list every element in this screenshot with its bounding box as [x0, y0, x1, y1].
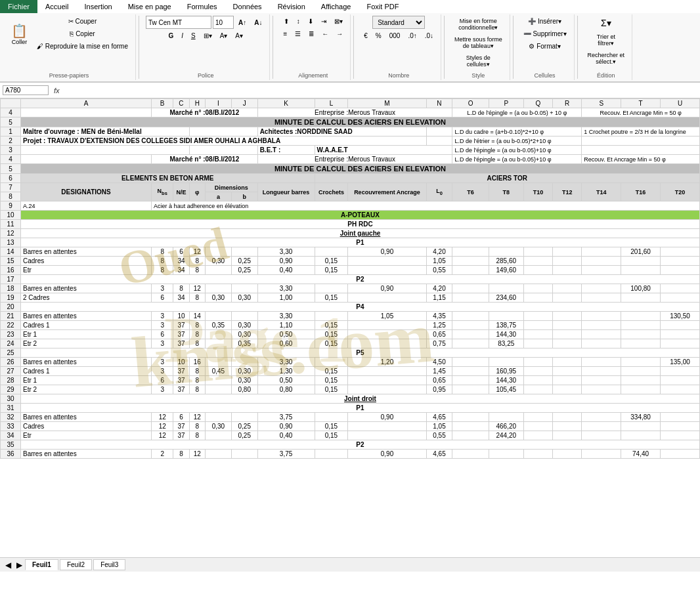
cell-32-p[interactable]	[489, 413, 523, 422]
cell-2-s[interactable]	[582, 137, 700, 146]
cell-23-n[interactable]: 0,65	[426, 330, 452, 339]
cell-14-i[interactable]	[205, 247, 231, 257]
col-header-t[interactable]: T	[621, 99, 661, 108]
cell-15-p[interactable]: 285,60	[489, 257, 523, 266]
cell-27-j[interactable]: 0,30	[231, 367, 257, 376]
cell-26-p[interactable]	[489, 358, 523, 367]
cell-14-b[interactable]: 8	[152, 247, 173, 257]
cell-29-m[interactable]	[348, 385, 426, 394]
font-family-input[interactable]	[146, 16, 211, 29]
cell-28-s[interactable]	[582, 376, 621, 385]
font-color-button[interactable]: A▾	[232, 30, 246, 41]
cell-6-a[interactable]: ELEMENTS EN BETON ARME	[20, 174, 315, 183]
cell-14-p[interactable]	[489, 247, 523, 257]
cell-32-u[interactable]	[661, 413, 700, 422]
col-header-o[interactable]: O	[452, 99, 489, 108]
cell-34-k[interactable]: 0,40	[257, 431, 315, 440]
cell-21-u[interactable]: 130,50	[661, 312, 700, 321]
prev-sheet-button[interactable]: ◀	[3, 560, 14, 570]
cell-16-l[interactable]: 0,15	[315, 266, 348, 275]
cell-18-u[interactable]	[661, 284, 700, 293]
tab-formules[interactable]: Formules	[179, 0, 225, 13]
cell-5b-minute[interactable]: MINUTE DE CALCUL DES ACIERS EN ELEVATION	[20, 164, 699, 174]
cell-14-c[interactable]: 6	[173, 247, 189, 257]
cell-34-p[interactable]: 244,20	[489, 431, 523, 440]
cell-27-n[interactable]: 1,45	[426, 367, 452, 376]
cell-3-l[interactable]: W.A.A.E.T	[315, 146, 452, 155]
col-header-s[interactable]: S	[582, 99, 621, 108]
cell-16-i[interactable]	[205, 266, 231, 275]
cell-16-u[interactable]	[661, 266, 700, 275]
cell-33-i[interactable]: 0,30	[205, 422, 231, 431]
cell-19-u[interactable]	[661, 293, 700, 303]
cell-24-p[interactable]: 83,25	[489, 339, 523, 348]
cell-27-p[interactable]: 160,95	[489, 367, 523, 376]
cell-23-a[interactable]: Etr 1	[20, 330, 151, 339]
cell-19-p[interactable]: 234,60	[489, 293, 523, 303]
cell-33-l[interactable]: 0,15	[315, 422, 348, 431]
cell-reference-input[interactable]	[3, 85, 49, 95]
cell-23-i[interactable]	[205, 330, 231, 339]
cell-2-o[interactable]: L.D de l'étrier = (a ou b-0.05)*2+10 φ	[452, 137, 582, 146]
cell-16-o[interactable]	[452, 266, 489, 275]
cell-18-h[interactable]: 12	[189, 284, 205, 293]
cell-14-h[interactable]: 12	[189, 247, 205, 257]
sheet-tab-feuil3[interactable]: Feuil3	[93, 559, 125, 570]
cell-34-c[interactable]: 37	[173, 431, 189, 440]
cell-21-r[interactable]	[553, 312, 582, 321]
col-header-h[interactable]: H	[189, 99, 205, 108]
cell-19-n[interactable]: 1,15	[426, 293, 452, 303]
cell-27-s[interactable]	[582, 367, 621, 376]
cell-18-p[interactable]	[489, 284, 523, 293]
cell-28-n[interactable]: 0,65	[426, 376, 452, 385]
cell-7-phi[interactable]: φ	[189, 183, 205, 201]
cell-32-c[interactable]: 6	[173, 413, 189, 422]
cell-15-b[interactable]: 8	[152, 257, 173, 266]
cell-18-c[interactable]: 8	[173, 284, 189, 293]
fill-color-button[interactable]: A▾	[217, 30, 231, 41]
cell-21-s[interactable]	[582, 312, 621, 321]
cell-26-b[interactable]: 3	[152, 358, 173, 367]
cell-16-h[interactable]: 8	[189, 266, 205, 275]
cell-15-l[interactable]: 0,15	[315, 257, 348, 266]
cell-7-rec[interactable]: Recouvrement Ancrage	[348, 183, 426, 201]
cell-24-u[interactable]	[661, 339, 700, 348]
cell-34-r[interactable]	[553, 431, 582, 440]
cell-4b-s[interactable]: Recouv. Et Ancrage Min = 50 φ	[582, 155, 700, 164]
cell-36-c[interactable]: 8	[173, 450, 189, 459]
coller-button[interactable]: 📋 Coller	[7, 20, 32, 49]
cell-27-m[interactable]	[348, 367, 426, 376]
cell-27-t[interactable]	[621, 367, 661, 376]
font-size-input[interactable]	[213, 16, 234, 29]
cell-32-h[interactable]: 12	[189, 413, 205, 422]
cell-36-r[interactable]	[553, 450, 582, 459]
cell-33-c[interactable]: 37	[173, 422, 189, 431]
cell-15-s[interactable]	[582, 257, 621, 266]
cell-34-o[interactable]	[452, 431, 489, 440]
cell-3-h[interactable]	[189, 146, 257, 155]
col-header-m[interactable]: M	[348, 99, 426, 108]
cell-32-b[interactable]: 12	[152, 413, 173, 422]
cell-23-s[interactable]	[582, 330, 621, 339]
cell-29-a[interactable]: Etr 2	[20, 385, 151, 394]
reproduire-button[interactable]: 🖌 Reproduire la mise en forme	[33, 41, 131, 52]
cell-19-r[interactable]	[553, 293, 582, 303]
cell-29-s[interactable]	[582, 385, 621, 394]
cell-16-t[interactable]	[621, 266, 661, 275]
cell-27-a[interactable]: Cadres 1	[20, 367, 151, 376]
cell-4-a[interactable]	[20, 108, 151, 117]
cell-36-p[interactable]	[489, 450, 523, 459]
dec-inc-button[interactable]: .0↑	[405, 30, 420, 41]
wrap-text-button[interactable]: ⇥	[318, 16, 330, 27]
increase-font-button[interactable]: A↑	[235, 17, 250, 28]
cell-21-h[interactable]: 14	[189, 312, 205, 321]
cell-15-m[interactable]	[348, 257, 426, 266]
cell-7-dim[interactable]: Dimensions	[205, 183, 257, 192]
cell-36-h[interactable]: 12	[189, 450, 205, 459]
cell-15-a[interactable]: Cadres	[20, 257, 151, 266]
cell-15-t[interactable]	[621, 257, 661, 266]
cell-23-o[interactable]	[452, 330, 489, 339]
align-left-button[interactable]: ≡	[280, 28, 290, 39]
cell-26-m[interactable]: 1,20	[348, 358, 426, 367]
cell-24-i[interactable]	[205, 339, 231, 348]
